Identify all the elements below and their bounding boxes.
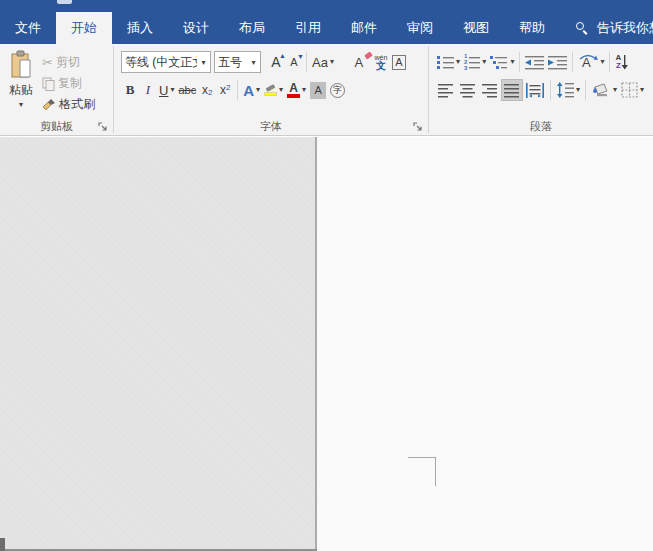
document-page[interactable]: [317, 137, 653, 551]
subscript-icon: x2: [202, 83, 212, 97]
tab-home[interactable]: 开始: [56, 12, 112, 44]
phonetic-guide-button[interactable]: wén 文: [372, 51, 390, 73]
cut-label: 剪切: [56, 54, 80, 71]
cut-button[interactable]: ✂ 剪切: [42, 52, 95, 73]
highlight-icon: [264, 84, 277, 96]
align-center-button[interactable]: [457, 79, 479, 101]
character-border-button[interactable]: A: [390, 51, 408, 73]
borders-icon: [621, 82, 638, 98]
subscript-button[interactable]: x2: [198, 79, 216, 101]
tell-me-search[interactable]: 告诉我你想要做什么: [576, 12, 653, 44]
tab-file[interactable]: 文件: [0, 12, 56, 44]
tab-review[interactable]: 审阅: [392, 12, 448, 44]
change-case-icon: Aa: [312, 55, 328, 70]
copy-button[interactable]: 复制: [42, 73, 95, 94]
format-painter-icon: [42, 98, 56, 112]
bold-button[interactable]: B: [121, 79, 139, 101]
justify-icon: [504, 83, 520, 98]
decrease-indent-button[interactable]: [523, 51, 546, 73]
text-highlight-button[interactable]: ▾: [262, 79, 285, 101]
superscript-button[interactable]: x2: [216, 79, 234, 101]
paragraph-group-label: 段落: [530, 119, 552, 134]
paste-icon: [8, 50, 35, 80]
font-name-caret-icon[interactable]: ▾: [197, 58, 210, 67]
enclose-characters-button[interactable]: 字: [328, 79, 347, 101]
font-color-icon: A: [287, 82, 300, 98]
italic-button[interactable]: I: [139, 79, 157, 101]
margin-crop-mark-vertical: [435, 457, 436, 486]
tab-help[interactable]: 帮助: [504, 12, 560, 44]
scissors-icon: ✂: [42, 55, 53, 70]
font-dialog-launcher-icon[interactable]: [413, 122, 424, 133]
search-icon: [576, 22, 588, 34]
search-placeholder: 告诉我你想要做什么: [597, 19, 653, 37]
numbering-button[interactable]: 1 2 3 ▾: [462, 51, 488, 73]
multilevel-list-icon: [490, 55, 508, 70]
margin-crop-mark-horizontal: [408, 457, 436, 458]
paste-button[interactable]: 粘贴 ▾: [0, 48, 42, 115]
paste-dropdown-caret[interactable]: ▾: [19, 100, 23, 109]
shrink-font-button[interactable]: A ▼: [285, 51, 303, 73]
distribute-button[interactable]: [523, 79, 547, 101]
multilevel-list-button[interactable]: ▾: [488, 51, 516, 73]
tab-insert[interactable]: 插入: [112, 12, 168, 44]
align-left-icon: [438, 83, 454, 98]
borders-button[interactable]: ▾: [619, 79, 646, 101]
strikethrough-button[interactable]: abc: [176, 79, 198, 101]
numbering-icon: 1 2 3: [464, 53, 467, 71]
tab-mailings[interactable]: 邮件: [336, 12, 392, 44]
format-painter-button[interactable]: 格式刷: [42, 94, 95, 115]
format-painter-label: 格式刷: [59, 96, 95, 113]
sort-button[interactable]: A Z: [613, 51, 631, 73]
character-shading-button[interactable]: A: [308, 79, 328, 101]
window-corner-fragment: [0, 538, 5, 551]
word-window: 文件 开始 插入 设计 布局 引用 邮件 审阅 视图 帮助 告诉我你想要做什么: [0, 0, 653, 551]
quick-access-toolbar-icon[interactable]: [57, 0, 72, 4]
line-spacing-button[interactable]: ▾: [554, 79, 582, 101]
copy-icon: [42, 77, 55, 91]
shading-button[interactable]: ▾: [589, 79, 619, 101]
font-name-combobox[interactable]: 等线 (中文正文 ▾: [121, 51, 211, 73]
justify-button[interactable]: [501, 79, 523, 101]
copy-label: 复制: [58, 75, 82, 92]
tab-view[interactable]: 视图: [448, 12, 504, 44]
superscript-icon: x2: [220, 83, 230, 97]
increase-indent-icon: [548, 55, 567, 70]
document-area: [0, 137, 653, 551]
align-right-button[interactable]: [479, 79, 501, 101]
align-left-button[interactable]: [435, 79, 457, 101]
asian-layout-icon: A: [578, 54, 598, 70]
clear-formatting-icon: A: [355, 55, 364, 70]
text-effects-button[interactable]: A ▾: [241, 79, 262, 101]
tab-references[interactable]: 引用: [280, 12, 336, 44]
bullets-icon: [437, 55, 454, 70]
font-name-value: 等线 (中文正文: [122, 54, 197, 71]
grow-font-button[interactable]: A ▲: [267, 51, 285, 73]
ribbon-tab-bar: 文件 开始 插入 设计 布局 引用 邮件 审阅 视图 帮助 告诉我你想要做什么: [0, 12, 653, 44]
align-right-icon: [482, 83, 498, 98]
align-center-icon: [460, 83, 476, 98]
sort-icon: A Z: [616, 54, 630, 70]
bullets-button[interactable]: ▾: [435, 51, 462, 73]
asian-layout-button[interactable]: A ▾: [576, 51, 606, 73]
underline-icon: U: [159, 83, 168, 98]
clear-formatting-button[interactable]: A: [350, 51, 368, 73]
increase-indent-button[interactable]: [546, 51, 569, 73]
change-case-button[interactable]: Aa ▾: [310, 51, 336, 73]
font-size-caret-icon[interactable]: ▾: [247, 58, 260, 67]
decrease-indent-icon: [525, 55, 544, 70]
tab-design[interactable]: 设计: [168, 12, 224, 44]
ribbon-home: 粘贴 ▾ ✂ 剪切 复制: [0, 44, 653, 136]
shading-bucket-icon: [591, 82, 611, 98]
phonetic-guide-icon: wén 文: [375, 54, 388, 71]
font-size-combobox[interactable]: 五号 ▾: [214, 51, 261, 73]
tab-layout[interactable]: 布局: [224, 12, 280, 44]
font-color-button[interactable]: A ▾: [285, 79, 308, 101]
font-size-value: 五号: [215, 54, 247, 71]
enclose-characters-icon: 字: [330, 83, 345, 98]
text-effects-icon: A: [243, 82, 254, 99]
clipboard-dialog-launcher-icon[interactable]: [98, 122, 109, 133]
italic-icon: I: [146, 82, 150, 98]
underline-button[interactable]: U ▾: [157, 79, 176, 101]
character-border-icon: A: [392, 55, 405, 70]
